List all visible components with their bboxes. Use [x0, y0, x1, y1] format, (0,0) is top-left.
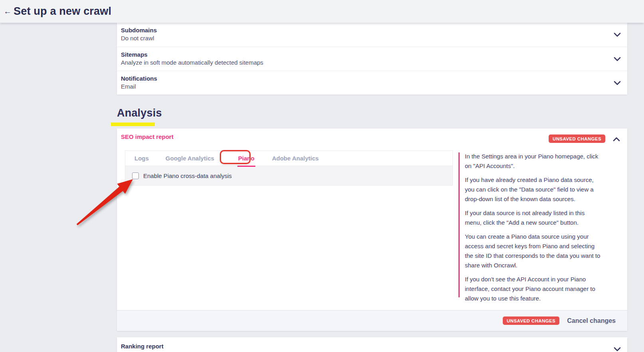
tab-piano[interactable]: Piano — [233, 151, 260, 166]
chevron-down-icon[interactable] — [614, 81, 621, 85]
enable-piano-row: Enable Piano cross-data analysis — [125, 166, 452, 185]
analytics-source-tab-panel: Logs Google Analytics Piano Adobe Analyt… — [125, 150, 453, 186]
yellow-highlight-underline — [111, 123, 155, 126]
tab-bar: Logs Google Analytics Piano Adobe Analyt… — [125, 151, 452, 166]
help-paragraph: In the Settings area in your Piano homep… — [465, 152, 601, 171]
help-paragraph: If your data source is not already liste… — [465, 208, 601, 227]
page-title: Set up a new crawl — [14, 5, 111, 18]
section-row-subdomains[interactable]: Subdomains Do not crawl — [117, 23, 627, 47]
seo-card-header: SEO impact report UNSAVED CHANGES — [117, 129, 627, 148]
chevron-down-icon[interactable] — [614, 57, 621, 61]
section-value: Analyze in soft mode automatically detec… — [121, 59, 620, 67]
section-row-sitemaps[interactable]: Sitemaps Analyze in soft mode automatica… — [117, 47, 627, 71]
analysis-section-heading: Analysis — [111, 107, 162, 119]
seo-card-footer: UNSAVED CHANGES Cancel changes — [117, 310, 627, 331]
help-paragraph: You can create a Piano data source using… — [465, 232, 601, 270]
section-title: Notifications — [121, 75, 620, 83]
chevron-down-icon[interactable] — [614, 347, 621, 352]
ranking-report-title: Ranking report — [121, 342, 164, 350]
section-row-notifications[interactable]: Notifications Email — [117, 71, 627, 95]
section-value: Email — [121, 83, 620, 91]
enable-piano-label: Enable Piano cross-data analysis — [143, 172, 232, 179]
unsaved-changes-badge: UNSAVED CHANGES — [549, 134, 605, 143]
chevron-up-icon[interactable] — [613, 137, 620, 142]
tab-google-analytics[interactable]: Google Analytics — [160, 151, 220, 166]
back-arrow-icon[interactable]: ← — [2, 7, 13, 16]
unsaved-changes-badge: UNSAVED CHANGES — [503, 316, 559, 325]
seo-impact-report-card: SEO impact report UNSAVED CHANGES Logs G… — [117, 129, 627, 331]
page-header: ← Set up a new crawl — [0, 0, 644, 23]
section-value: Do not crawl — [121, 34, 620, 42]
help-paragraph: If you don't see the API Account in your… — [465, 275, 601, 303]
tab-logs[interactable]: Logs — [129, 151, 154, 166]
enable-piano-checkbox[interactable] — [132, 172, 139, 179]
chevron-down-icon[interactable] — [614, 32, 621, 37]
analysis-heading-text: Analysis — [117, 107, 162, 119]
piano-help-text: In the Settings area in your Piano homep… — [465, 152, 601, 308]
ranking-report-card[interactable]: Ranking report — [117, 337, 627, 352]
tab-adobe-analytics[interactable]: Adobe Analytics — [267, 151, 324, 166]
crawl-settings-card: Subdomains Do not crawl Sitemaps Analyze… — [117, 23, 627, 95]
cancel-changes-button[interactable]: Cancel changes — [567, 317, 616, 324]
help-panel-divider — [458, 152, 460, 297]
help-paragraph: If you have already created a Piano data… — [465, 175, 601, 204]
section-title: Subdomains — [121, 26, 620, 34]
section-title: Sitemaps — [121, 51, 620, 59]
seo-card-title: SEO impact report — [121, 133, 174, 140]
